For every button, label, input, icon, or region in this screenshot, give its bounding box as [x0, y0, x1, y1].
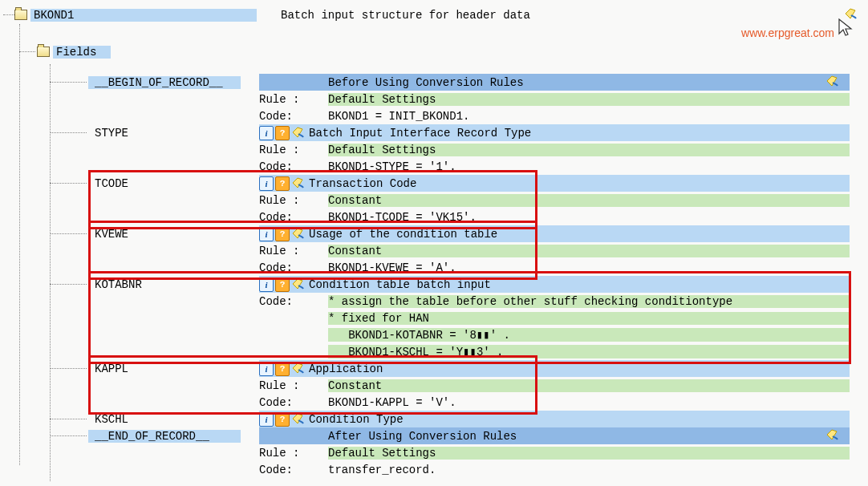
- field-code-tcode: Code: BKOND1-TCODE = 'VK15'.: [259, 209, 850, 225]
- folder-icon: [14, 10, 27, 20]
- info-icon[interactable]: i: [259, 176, 274, 191]
- rule-value: Constant: [328, 245, 850, 257]
- field-desc-text: Transaction Code: [309, 177, 416, 190]
- field-code-kappl: Code: BKOND1-KAPPL = 'V'.: [259, 394, 850, 411]
- code-value: BKOND1 = INIT_BKOND1.: [328, 110, 850, 123]
- field-name-kotabnr: KOTABNR: [88, 278, 241, 291]
- rule-value: Default Settings: [328, 144, 850, 156]
- field-icons: i ?: [259, 412, 304, 427]
- field-icons: i ?: [259, 227, 304, 241]
- field-desc-end: After Using Conversion Rules: [259, 427, 850, 444]
- note-icon[interactable]: [291, 412, 304, 425]
- field-icons: i ?: [259, 176, 304, 191]
- tree-connector: [3, 14, 14, 15]
- field-code-kotabnr-l4: BKOND1-KSCHL = 'Y▮▮3' .: [259, 343, 850, 360]
- field-code-stype: Code: BKOND1-STYPE = '1'.: [259, 158, 850, 175]
- rule-label: Rule :: [259, 194, 328, 207]
- code-value: BKOND1-KAPPL = 'V'.: [328, 396, 850, 409]
- code-value: BKOND1-TCODE = 'VK15'.: [328, 211, 850, 224]
- folder-node: Fields: [37, 46, 111, 59]
- tree-node-fields[interactable]: Fields: [0, 43, 868, 60]
- info-icon[interactable]: i: [259, 412, 274, 427]
- rule-label: Rule :: [259, 245, 328, 257]
- field-name-kvewe: KVEWE: [88, 228, 241, 241]
- tree-connector: [19, 51, 35, 52]
- field-code-end: Code: transfer_record.: [259, 461, 850, 478]
- note-icon[interactable]: [291, 227, 304, 240]
- field-name-kschl: KSCHL: [88, 413, 241, 426]
- note-icon[interactable]: [291, 176, 304, 189]
- field-desc-text: Usage of the condition table: [309, 228, 497, 241]
- tree-connector: [50, 233, 87, 234]
- field-name-end: __END_OF_RECORD__: [88, 430, 241, 443]
- warning-icon[interactable]: ?: [275, 176, 290, 191]
- code-value: * fixed for HAN: [328, 312, 850, 325]
- warning-icon[interactable]: ?: [275, 277, 290, 292]
- field-code-kotabnr-l3: BKOND1-KOTABNR = '8▮▮' .: [259, 326, 850, 343]
- warning-icon[interactable]: ?: [275, 126, 290, 140]
- rule-label: Rule :: [259, 379, 328, 392]
- field-rule-stype: Rule : Default Settings: [259, 141, 850, 158]
- tree-node-root[interactable]: BKOND1 Batch input structure for header …: [0, 6, 868, 23]
- field-desc-text: Condition table batch input: [309, 278, 491, 291]
- root-structure-name: BKOND1: [30, 9, 257, 22]
- rule-value: Constant: [328, 379, 850, 392]
- code-value: BKOND1-KSCHL = 'Y▮▮3' .: [328, 345, 850, 358]
- field-rule-end: Rule : Default Settings: [259, 444, 850, 461]
- info-icon[interactable]: i: [259, 227, 274, 241]
- note-icon[interactable]: [825, 428, 838, 444]
- field-rule-kappl: Rule : Constant: [259, 377, 850, 394]
- info-icon[interactable]: i: [259, 126, 274, 140]
- field-icons: i ?: [259, 126, 304, 140]
- field-head-kotabnr: i ? Condition table batch input: [259, 276, 850, 293]
- field-desc-begin: Before Using Conversion Rules: [259, 74, 850, 91]
- field-desc-text: After Using Conversion Rules: [328, 430, 517, 443]
- root-structure-desc: Batch input structure for header data: [281, 9, 530, 22]
- field-desc-text: Condition Type: [309, 413, 404, 426]
- tree-connector: [50, 368, 87, 369]
- code-label: Code:: [259, 464, 328, 476]
- field-code-kotabnr-l1: Code: * assign the table before other st…: [259, 293, 850, 310]
- tree-connector: [50, 435, 87, 436]
- info-icon[interactable]: i: [259, 277, 274, 292]
- code-label: Code:: [259, 261, 328, 274]
- field-name-kappl: KAPPL: [88, 362, 241, 375]
- field-head-kappl: i ? Application: [259, 360, 850, 377]
- note-icon[interactable]: [291, 277, 304, 290]
- field-desc-text: Application: [309, 362, 383, 375]
- rule-value: Constant: [328, 194, 850, 207]
- warning-icon[interactable]: ?: [275, 362, 290, 376]
- fields-label: Fields: [53, 46, 111, 59]
- field-head-kschl: i ? Condition Type: [259, 411, 850, 427]
- field-icons: i ?: [259, 362, 304, 376]
- rule-label: Rule :: [259, 447, 328, 460]
- note-icon[interactable]: [291, 362, 304, 375]
- field-name-begin: __BEGIN_OF_RECORD__: [88, 76, 241, 89]
- code-value: BKOND1-KVEWE = 'A'.: [328, 261, 850, 274]
- folder-node: BKOND1: [14, 9, 257, 22]
- info-icon[interactable]: i: [259, 362, 274, 376]
- field-head-tcode: i ? Transaction Code: [259, 175, 850, 192]
- code-label: Code:: [259, 211, 328, 224]
- code-label: Code:: [259, 160, 328, 173]
- note-icon[interactable]: [291, 126, 304, 139]
- field-code-kotabnr-l2: * fixed for HAN: [259, 310, 850, 326]
- tree-connector: [50, 419, 87, 419]
- field-rule-kvewe: Rule : Constant: [259, 242, 850, 259]
- rule-label: Rule :: [259, 144, 328, 156]
- field-icons: i ?: [259, 277, 304, 292]
- warning-icon[interactable]: ?: [275, 227, 290, 241]
- warning-icon[interactable]: ?: [275, 412, 290, 427]
- rule-value: Default Settings: [328, 93, 850, 106]
- folder-icon: [37, 47, 50, 57]
- field-name-stype: STYPE: [88, 127, 241, 140]
- tree-connector: [50, 82, 87, 83]
- code-value: * assign the table before other stuff ch…: [328, 295, 850, 308]
- code-label: Code:: [259, 110, 328, 123]
- note-icon[interactable]: [825, 75, 838, 91]
- rule-value: Default Settings: [328, 447, 850, 460]
- field-desc-text: Before Using Conversion Rules: [328, 76, 524, 89]
- field-desc-text: Batch Input Interface Record Type: [309, 127, 531, 140]
- field-rule-tcode: Rule : Constant: [259, 192, 850, 209]
- cursor-icon: [838, 18, 854, 42]
